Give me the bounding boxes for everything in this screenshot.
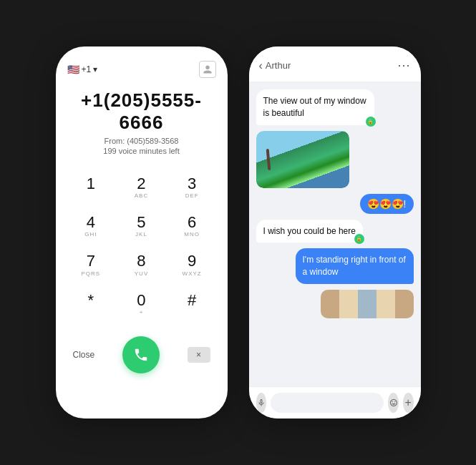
lock-icon-1: 🔒 — [366, 117, 376, 127]
message-text-1: The view out of my window is beautiful — [263, 96, 366, 118]
flag-icon: 🇺🇸 — [67, 64, 79, 75]
message-received-1: The view out of my window is beautiful 🔒 — [256, 89, 374, 125]
country-selector[interactable]: 🇺🇸 +1 ▾ — [67, 64, 98, 75]
emoji-button[interactable] — [388, 393, 399, 413]
chat-phone: ‹ Arthur ··· The view out of my window i… — [249, 46, 421, 418]
key-letters: YUV — [135, 270, 148, 278]
key-#[interactable]: # — [168, 286, 216, 322]
key-7[interactable]: 7 PQRS — [67, 247, 115, 283]
contact-name: Arthur — [266, 60, 291, 71]
key-digit: 7 — [87, 253, 95, 270]
dialer-from: From: (405)589-3568 — [105, 137, 179, 145]
key-2[interactable]: 2 ABC — [117, 170, 165, 205]
key-letters: WXYZ — [183, 270, 202, 278]
chat-header: ‹ Arthur ··· — [249, 46, 421, 82]
key-digit: 5 — [137, 214, 145, 231]
dialer-phone: 🇺🇸 +1 ▾ +1(205)5555-6666 From: (405)589-… — [56, 46, 228, 418]
message-received-2: I wish you could be here 🔒 — [256, 220, 363, 243]
close-button[interactable]: Close — [73, 350, 95, 360]
key-5[interactable]: 5 JKL — [117, 208, 165, 244]
chat-input-bar: + — [249, 386, 421, 418]
dialer-number: +1(205)5555-6666 — [67, 89, 216, 134]
key-letters: JKL — [135, 231, 147, 238]
call-button[interactable] — [122, 336, 160, 373]
add-button[interactable]: + — [403, 393, 414, 413]
delete-button[interactable]: × — [188, 347, 210, 363]
dialer-bottom: Close × — [67, 336, 216, 373]
dropdown-arrow: ▾ — [93, 64, 97, 74]
key-digit: # — [188, 292, 196, 309]
back-button[interactable]: ‹ Arthur — [259, 59, 291, 72]
key-letters: PQRS — [81, 270, 100, 278]
emoji-text: 😍😍😍! — [367, 198, 407, 210]
message-text-2: I wish you could be here — [263, 226, 356, 236]
key-4[interactable]: 4 GHI — [67, 208, 115, 244]
lock-icon-2: 🔒 — [354, 234, 364, 244]
key-digit: 4 — [87, 214, 95, 231]
message-image-received — [256, 131, 349, 188]
country-code: +1 — [82, 64, 92, 74]
dialer-minutes: 199 voice minutes left — [103, 147, 179, 155]
beach-image — [256, 131, 349, 188]
key-*[interactable]: * — [67, 286, 115, 322]
key-digit: 0 — [137, 292, 145, 309]
chat-messages: The view out of my window is beautiful 🔒… — [249, 82, 421, 386]
key-3[interactable]: 3 DEF — [168, 170, 216, 205]
window-image — [321, 290, 414, 318]
key-0[interactable]: 0 + — [117, 286, 165, 322]
contact-icon[interactable] — [199, 61, 216, 78]
message-text-3: I'm standing right in front of a window — [303, 255, 406, 277]
key-1[interactable]: 1 — [67, 170, 115, 205]
key-letters: ABC — [135, 192, 148, 200]
message-sent-1: I'm standing right in front of a window — [296, 248, 414, 284]
key-digit: 2 — [137, 175, 145, 192]
chat-input-field[interactable] — [271, 393, 384, 413]
message-sent-image — [321, 290, 414, 318]
more-options-button[interactable]: ··· — [397, 58, 410, 73]
message-sent-emoji: 😍😍😍! — [360, 194, 414, 214]
key-digit: 8 — [137, 253, 145, 270]
key-letters: GHI — [84, 231, 97, 238]
key-letters: MNO — [184, 231, 200, 238]
key-digit: 9 — [188, 253, 196, 270]
key-digit: 6 — [188, 214, 196, 231]
key-8[interactable]: 8 YUV — [117, 247, 165, 283]
key-letters: DEF — [185, 192, 199, 200]
key-9[interactable]: 9 WXYZ — [168, 247, 216, 283]
chevron-left-icon: ‹ — [259, 59, 263, 72]
key-digit: 3 — [188, 175, 196, 192]
key-digit: 1 — [87, 175, 95, 192]
mic-button[interactable] — [256, 393, 267, 413]
dialer-top-bar: 🇺🇸 +1 ▾ — [67, 61, 216, 78]
keypad: 1 2 ABC 3 DEF 4 GHI 5 JKL 6 MNO 7 PQRS 8… — [67, 170, 216, 322]
key-6[interactable]: 6 MNO — [168, 208, 216, 244]
key-digit: * — [88, 292, 94, 309]
key-letters: + — [140, 309, 144, 316]
